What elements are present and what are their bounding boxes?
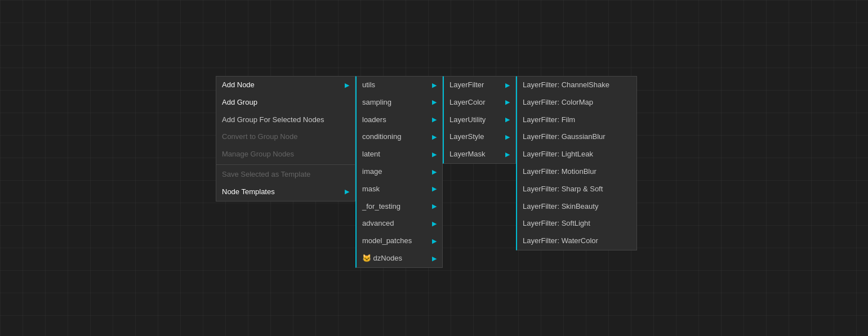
add-node-arrow: ▶ — [345, 80, 349, 91]
add-node-item[interactable]: Add Node ▶ — [216, 77, 355, 94]
cat-dznodes[interactable]: 🐱 dzNodes ▶ — [357, 250, 442, 267]
cat-loaders[interactable]: loaders ▶ — [357, 111, 442, 129]
lf-motionblur-item[interactable]: LayerFilter: MotionBlur — [517, 163, 636, 181]
lf-film-item[interactable]: LayerFilter: Film — [517, 111, 636, 129]
layer-mask-item[interactable]: LayerMask ▶ — [444, 146, 515, 163]
layer-style-item[interactable]: LayerStyle ▶ — [444, 128, 515, 146]
context-menu-panel2: utils ▶ sampling ▶ loaders ▶ conditionin… — [355, 76, 443, 268]
lf-softlight-item[interactable]: LayerFilter: SoftLight — [517, 215, 636, 232]
cat-advanced[interactable]: advanced ▶ — [357, 215, 442, 232]
cat-model-patches[interactable]: model_patches ▶ — [357, 232, 442, 250]
node-templates-arrow: ▶ — [345, 187, 349, 197]
cat-latent[interactable]: latent ▶ — [357, 146, 442, 163]
lf-skinbeauty-item[interactable]: LayerFilter: SkinBeauty — [517, 198, 636, 216]
context-menu-panel3: LayerFilter ▶ LayerColor ▶ LayerUtility … — [443, 76, 516, 164]
cat-utils[interactable]: utils ▶ — [357, 77, 442, 94]
lf-colormap-item[interactable]: LayerFilter: ColorMap — [517, 94, 636, 111]
add-group-selected-item[interactable]: Add Group For Selected Nodes — [216, 111, 355, 129]
lf-gaussianblur-item[interactable]: LayerFilter: GaussianBlur — [517, 128, 636, 146]
lf-sharpsoft-item[interactable]: LayerFilter: Sharp & Soft — [517, 181, 636, 198]
node-templates-item[interactable]: Node Templates ▶ — [216, 183, 355, 201]
lf-watercolor-item[interactable]: LayerFilter: WaterColor — [517, 232, 636, 250]
cat-for-testing[interactable]: _for_testing ▶ — [357, 198, 442, 216]
manage-group-nodes-item[interactable]: Manage Group Nodes — [216, 146, 355, 163]
context-menu-wrapper: Add Node ▶ Add Group Add Group For Selec… — [216, 76, 637, 268]
context-menu-panel1: Add Node ▶ Add Group Add Group For Selec… — [216, 76, 355, 201]
context-menu-panel4: LayerFilter: ChannelShake LayerFilter: C… — [516, 76, 637, 250]
layer-color-item[interactable]: LayerColor ▶ — [444, 94, 515, 111]
add-group-item[interactable]: Add Group — [216, 94, 355, 111]
menu-divider — [216, 164, 355, 165]
cat-sampling[interactable]: sampling ▶ — [357, 94, 442, 111]
lf-channelshake-item[interactable]: LayerFilter: ChannelShake — [517, 77, 636, 94]
layer-utility-item[interactable]: LayerUtility ▶ — [444, 111, 515, 129]
cat-conditioning[interactable]: conditioning ▶ — [357, 128, 442, 146]
layer-filter-item[interactable]: LayerFilter ▶ — [444, 77, 515, 94]
convert-group-node-item[interactable]: Convert to Group Node — [216, 128, 355, 146]
lf-lightleak-item[interactable]: LayerFilter: LightLeak — [517, 146, 636, 163]
cat-mask[interactable]: mask ▶ — [357, 181, 442, 198]
cat-image[interactable]: image ▶ — [357, 163, 442, 181]
save-template-item[interactable]: Save Selected as Template — [216, 166, 355, 183]
